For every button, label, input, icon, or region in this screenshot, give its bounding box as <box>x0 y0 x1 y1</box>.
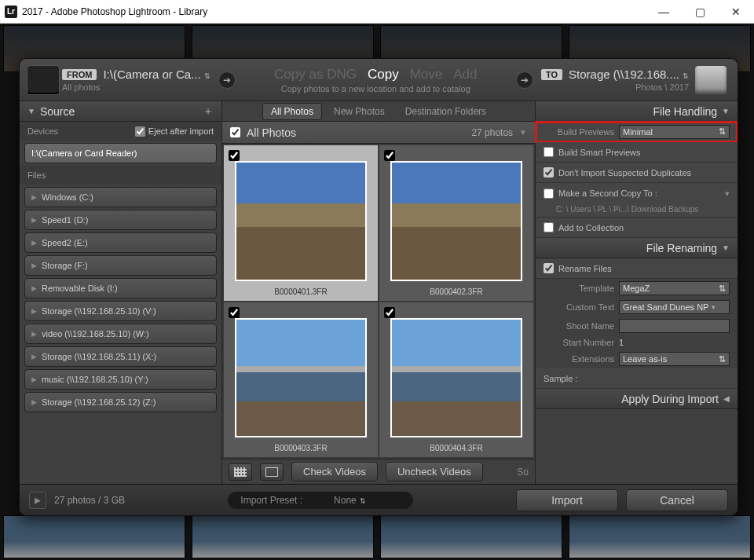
from-path[interactable]: I:\(Camera or Ca... <box>103 68 210 81</box>
drive-item[interactable]: ▶Removable Disk (I:) <box>24 278 217 298</box>
window-title: 2017 - Adobe Photoshop Lightroom - Libra… <box>22 6 646 17</box>
import-actions: Copy as DNG Copy Move Add Copy photos to… <box>243 67 508 93</box>
device-item[interactable]: I:\(Camera or Card Reader) <box>24 143 217 163</box>
close-button[interactable]: ✕ <box>718 0 754 24</box>
destination-disk-icon <box>695 66 727 94</box>
triangle-down-icon[interactable]: ▼ <box>519 128 527 137</box>
no-duplicates-checkbox[interactable] <box>544 167 554 178</box>
second-copy-label: Make a Second Copy To : <box>558 188 657 198</box>
drive-label: Storage (F:) <box>42 261 88 270</box>
drive-label: video (\\192.168.25.10) (W:) <box>42 329 149 339</box>
drive-label: music (\\192.168.25.10) (Y:) <box>42 375 148 384</box>
shoot-name-field[interactable] <box>619 319 730 333</box>
drive-item[interactable]: ▶Speed2 (E:) <box>24 232 217 253</box>
center-tabs: All Photos New Photos Destination Folder… <box>222 101 535 122</box>
thumb-filename: B0000403.3FR <box>229 441 373 452</box>
source-header[interactable]: ▼ Source ＋ <box>20 101 221 122</box>
triangle-right-icon: ▶ <box>31 330 37 338</box>
add-source-icon[interactable]: ＋ <box>203 104 214 119</box>
thumb-checkbox[interactable] <box>229 150 240 161</box>
thumbnail-cell[interactable]: B0000402.3FR <box>379 145 533 301</box>
thumbnail-cell[interactable]: B0000403.3FR <box>224 302 378 458</box>
action-add[interactable]: Add <box>453 67 477 82</box>
tab-all-photos[interactable]: All Photos <box>262 103 322 120</box>
tab-new-photos[interactable]: New Photos <box>325 103 393 120</box>
sort-label[interactable]: So <box>517 467 529 478</box>
triangle-left-icon: ◀ <box>723 394 730 403</box>
triangle-right-icon: ▶ <box>31 375 37 383</box>
add-collection-row[interactable]: Add to Collection <box>536 218 738 238</box>
smart-previews-checkbox[interactable] <box>544 147 554 157</box>
thumb-image <box>390 161 522 281</box>
check-videos-button[interactable]: Check Videos <box>291 462 378 481</box>
template-select[interactable]: MegaZ⇅ <box>619 281 730 295</box>
action-move[interactable]: Move <box>410 67 443 82</box>
file-renaming-header[interactable]: File Renaming ▼ <box>536 238 738 258</box>
file-handling-title: File Handling <box>653 105 717 118</box>
triangle-right-icon: ▶ <box>31 262 37 269</box>
thumb-image <box>235 318 367 438</box>
dialog-footer: ▸ 27 photos / 3 GB Import Preset : None … <box>20 484 738 515</box>
single-view-button[interactable] <box>260 463 284 481</box>
drive-item[interactable]: ▶music (\\192.168.25.10) (Y:) <box>24 369 217 390</box>
drive-item[interactable]: ▶video (\\192.168.25.10) (W:) <box>24 324 217 344</box>
custom-text-field[interactable]: Great Sand Dunes NP <box>619 300 730 314</box>
add-collection-checkbox[interactable] <box>544 222 554 232</box>
thumb-image <box>390 318 522 438</box>
thumb-checkbox[interactable] <box>229 307 240 318</box>
arrow-right-icon[interactable]: ➔ <box>516 71 533 89</box>
play-button[interactable]: ▸ <box>29 492 46 509</box>
second-copy-checkbox[interactable] <box>544 188 554 199</box>
rename-files-checkbox[interactable] <box>544 263 554 273</box>
extensions-select[interactable]: Leave as-is⇅ <box>619 352 730 366</box>
thumbnail-cell[interactable]: B0000404.3FR <box>379 302 533 458</box>
action-copy-dng[interactable]: Copy as DNG <box>274 67 357 82</box>
second-copy-path: C: \ Users \ PL \ Pi...\ Download Backup… <box>536 203 738 214</box>
no-duplicates-row[interactable]: Don't Import Suspected Duplicates <box>536 163 738 183</box>
arrow-right-icon[interactable]: ➔ <box>218 71 236 89</box>
second-copy-row[interactable]: Make a Second Copy To : ▾ <box>536 183 738 203</box>
extensions-row: Extensions Leave as-is⇅ <box>536 350 738 368</box>
maximize-button[interactable]: ▢ <box>682 0 718 24</box>
rename-files-label: Rename Files <box>558 264 612 273</box>
background-thumbs <box>0 515 754 558</box>
template-row: Template MegaZ⇅ <box>536 279 738 298</box>
minimize-button[interactable]: — <box>646 0 682 24</box>
drive-item[interactable]: ▶Storage (\\192.168.25.10) (V:) <box>24 301 217 321</box>
thumb-checkbox[interactable] <box>384 307 395 318</box>
cancel-button[interactable]: Cancel <box>626 489 728 511</box>
eject-checkbox-input[interactable] <box>135 126 145 137</box>
triangle-down-icon: ▼ <box>722 243 730 252</box>
drive-item[interactable]: ▶Speed1 (D:) <box>24 210 217 230</box>
dialog-header: FROM I:\(Camera or Ca... All photos ➔ Co… <box>20 59 738 101</box>
drive-item[interactable]: ▶Storage (F:) <box>24 255 217 276</box>
select-all-checkbox[interactable] <box>230 127 240 137</box>
smart-previews-row[interactable]: Build Smart Previews <box>536 142 738 163</box>
to-section[interactable]: TO Storage (\\192.168.... Photos \ 2017 <box>541 68 689 92</box>
no-duplicates-label: Don't Import Suspected Duplicates <box>558 168 691 178</box>
drive-item[interactable]: ▶Storage (\\192.168.25.11) (X:) <box>24 346 217 367</box>
from-section[interactable]: FROM I:\(Camera or Ca... All photos <box>62 68 210 92</box>
sample-label: Sample : <box>544 374 577 383</box>
status-text: 27 photos / 3 GB <box>54 495 125 506</box>
rename-files-row[interactable]: Rename Files <box>536 258 738 279</box>
center-panel: All Photos New Photos Destination Folder… <box>222 101 535 484</box>
drive-label: Storage (\\192.168.25.12) (Z:) <box>42 397 156 407</box>
build-previews-select[interactable]: Minimal⇅ <box>619 125 730 139</box>
file-handling-header[interactable]: File Handling ▼ <box>536 101 738 122</box>
thumbnail-cell[interactable]: B0000401.3FR <box>224 145 378 301</box>
triangle-right-icon: ▶ <box>31 239 37 247</box>
tab-destination-folders[interactable]: Destination Folders <box>397 103 495 120</box>
drive-item[interactable]: ▶Storage (\\192.168.25.12) (Z:) <box>24 392 217 412</box>
eject-checkbox[interactable]: Eject after import <box>135 126 214 137</box>
to-path[interactable]: Storage (\\192.168.... <box>569 68 689 81</box>
thumb-checkbox[interactable] <box>384 150 395 161</box>
uncheck-videos-button[interactable]: Uncheck Videos <box>386 462 483 481</box>
import-preset-bar[interactable]: Import Preset : None <box>228 492 412 509</box>
import-button[interactable]: Import <box>516 489 618 511</box>
drive-item[interactable]: ▶Windows (C:) <box>24 187 217 207</box>
grid-view-button[interactable] <box>229 463 252 481</box>
action-copy[interactable]: Copy <box>368 67 399 82</box>
file-renaming-title: File Renaming <box>646 242 717 254</box>
apply-during-import-header[interactable]: Apply During Import ◀ <box>536 389 738 409</box>
